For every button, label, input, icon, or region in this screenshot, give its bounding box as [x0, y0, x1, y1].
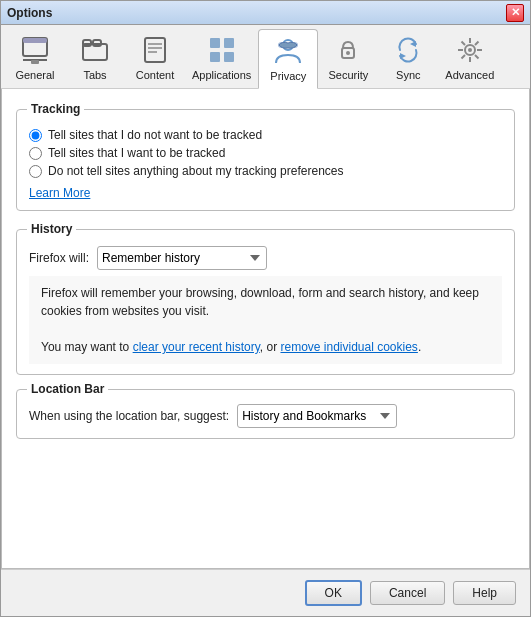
history-info-text2: You may want to clear your recent histor… — [41, 338, 490, 356]
security-icon — [332, 34, 364, 66]
content-icon — [139, 34, 171, 66]
svg-rect-14 — [224, 52, 234, 62]
tab-general[interactable]: General — [5, 29, 65, 88]
info-end: . — [418, 340, 421, 354]
firefox-will-label: Firefox will: — [29, 251, 89, 265]
window-title: Options — [7, 6, 52, 20]
tracking-radio1[interactable] — [29, 129, 42, 142]
svg-marker-20 — [410, 41, 416, 47]
clear-history-link[interactable]: clear your recent history — [133, 340, 260, 354]
sync-icon — [392, 34, 424, 66]
history-row: Firefox will: Remember history Never rem… — [29, 246, 502, 270]
info-prefix: You may want to — [41, 340, 133, 354]
tracking-option2-row: Tell sites that I want to be tracked — [29, 146, 502, 160]
svg-point-19 — [346, 51, 350, 55]
history-info-box: Firefox will remember your browsing, dow… — [29, 276, 502, 364]
options-window: Options ✕ General — [0, 0, 531, 617]
advanced-icon — [454, 34, 486, 66]
tracking-radio2[interactable] — [29, 147, 42, 160]
ok-button[interactable]: OK — [305, 580, 362, 606]
svg-marker-21 — [400, 53, 406, 59]
remove-cookies-link[interactable]: remove individual cookies — [280, 340, 417, 354]
svg-line-31 — [461, 55, 465, 59]
svg-rect-7 — [145, 38, 165, 62]
close-button[interactable]: ✕ — [506, 4, 524, 22]
applications-icon — [206, 34, 238, 66]
content-area: Tracking Tell sites that I do not want t… — [1, 89, 530, 569]
location-bar-label: Location Bar — [27, 382, 108, 396]
tab-security[interactable]: Security — [318, 29, 378, 88]
svg-line-28 — [461, 42, 465, 46]
tab-privacy[interactable]: Privacy — [258, 29, 318, 89]
tab-security-label: Security — [328, 69, 368, 81]
tab-general-label: General — [15, 69, 54, 81]
help-button[interactable]: Help — [453, 581, 516, 605]
button-bar: OK Cancel Help — [1, 569, 530, 616]
tab-content-label: Content — [136, 69, 175, 81]
tracking-section: Tracking Tell sites that I do not want t… — [16, 109, 515, 211]
tab-advanced[interactable]: Advanced — [438, 29, 501, 88]
tab-applications-label: Applications — [192, 69, 251, 81]
svg-rect-1 — [23, 38, 47, 43]
location-bar-dropdown[interactable]: History and Bookmarks History Bookmarks … — [237, 404, 397, 428]
privacy-icon — [272, 35, 304, 67]
tracking-option1-label: Tell sites that I do not want to be trac… — [48, 128, 262, 142]
svg-point-23 — [468, 48, 472, 52]
info-middle: , or — [260, 340, 281, 354]
history-dropdown[interactable]: Remember history Never remember history … — [97, 246, 267, 270]
svg-line-29 — [475, 55, 479, 59]
tab-sync[interactable]: Sync — [378, 29, 438, 88]
tracking-label: Tracking — [27, 102, 84, 116]
location-bar-suggest-label: When using the location bar, suggest: — [29, 409, 229, 423]
tracking-option3-label: Do not tell sites anything about my trac… — [48, 164, 344, 178]
history-info-text1: Firefox will remember your browsing, dow… — [41, 284, 490, 320]
tracking-option3-row: Do not tell sites anything about my trac… — [29, 164, 502, 178]
history-section: History Firefox will: Remember history N… — [16, 229, 515, 375]
tab-privacy-label: Privacy — [270, 70, 306, 82]
title-bar: Options ✕ — [1, 1, 530, 25]
tracking-option1-row: Tell sites that I do not want to be trac… — [29, 128, 502, 142]
tab-sync-label: Sync — [396, 69, 420, 81]
cancel-button[interactable]: Cancel — [370, 581, 445, 605]
tab-advanced-label: Advanced — [445, 69, 494, 81]
tracking-radio3[interactable] — [29, 165, 42, 178]
svg-rect-13 — [210, 52, 220, 62]
location-bar-section: Location Bar When using the location bar… — [16, 389, 515, 439]
tabs-icon — [79, 34, 111, 66]
svg-rect-12 — [224, 38, 234, 48]
location-bar-row: When using the location bar, suggest: Hi… — [29, 404, 502, 428]
tab-tabs[interactable]: Tabs — [65, 29, 125, 88]
general-icon — [19, 34, 51, 66]
tracking-option2-label: Tell sites that I want to be tracked — [48, 146, 225, 160]
svg-rect-11 — [210, 38, 220, 48]
learn-more-link[interactable]: Learn More — [29, 186, 90, 200]
tab-tabs-label: Tabs — [83, 69, 106, 81]
tab-content[interactable]: Content — [125, 29, 185, 88]
tab-applications[interactable]: Applications — [185, 29, 258, 88]
svg-line-30 — [475, 42, 479, 46]
svg-rect-3 — [31, 60, 39, 64]
history-label: History — [27, 222, 76, 236]
tab-toolbar: General Tabs Cont — [1, 25, 530, 89]
